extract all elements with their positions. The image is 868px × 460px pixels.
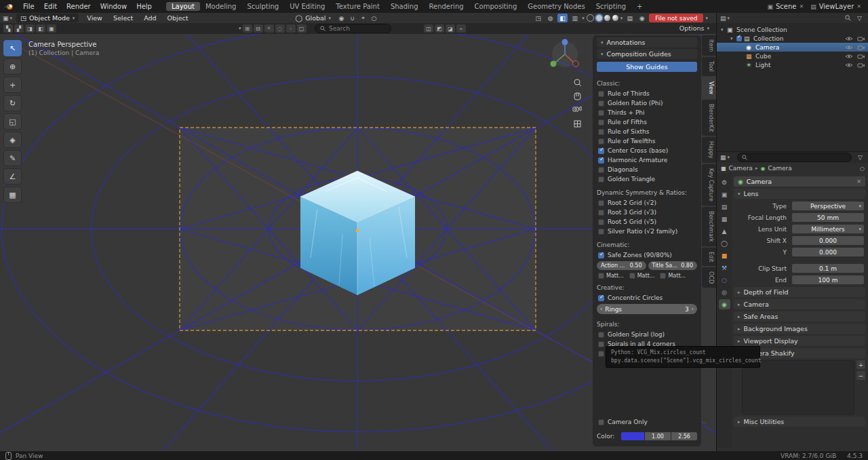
axis-icon[interactable]: ⊟ [254,24,263,33]
viewport-search-input[interactable]: Search [315,24,391,33]
viewport-menu-item[interactable]: Object [162,14,194,22]
collapsed-panel-header[interactable]: ▸ Background Images [734,324,865,334]
property-field[interactable]: 0.1 m [792,264,864,273]
sidebar-tab[interactable]: Key Capture [702,164,716,206]
sidebar-tab[interactable]: OCD [702,267,716,288]
checkbox[interactable] [598,176,604,183]
proportional-edit-icon[interactable]: ○ [369,14,379,22]
workspace-tab[interactable]: UV Editing [284,2,330,11]
collapsed-panel-header[interactable]: ▸ Camera [734,299,865,309]
checkbox[interactable] [598,252,604,258]
3d-viewport[interactable]: Camera Perspective (1) Collection | Came… [0,34,716,451]
blender-logo-icon[interactable] [4,3,14,10]
tool-button[interactable]: ↖ [3,40,22,56]
checkbox[interactable] [598,295,604,301]
outliner-editor-type-dropdown[interactable]: ▤▾ [720,15,734,22]
symmetry-x-icon[interactable]: ◩ [435,24,444,33]
property-field[interactable]: 100 m [792,275,864,284]
checkbox[interactable] [598,129,604,135]
safe-zones-checkbox-row[interactable]: Safe Zones (90/80%) [597,250,697,260]
snap-options-icon[interactable]: ⌁ [456,24,466,33]
increment-arrow-icon[interactable]: › [692,306,694,312]
properties-tab[interactable]: ◉ [719,299,730,309]
sidebar-tab[interactable]: Happy [702,137,716,163]
properties-tab[interactable]: ▤ [719,202,730,212]
tool-button[interactable]: ◱ [3,113,22,130]
checkbox[interactable] [598,110,604,116]
pin-icon[interactable]: ○ [860,166,865,172]
annotations-panel-header[interactable]: ▾ Annotations [597,37,697,47]
guide-checkbox-row[interactable]: Golden Ratio (Phi) [597,98,697,108]
sidebar-tab[interactable]: View [702,77,716,98]
scene-unlink-icon[interactable]: ✕ [799,3,804,9]
wire-overlay-icon[interactable]: ◌ [275,24,285,33]
workspace-tab[interactable]: Layout [166,2,200,11]
guide-checkbox-row[interactable]: Rule of Thirds [597,89,697,98]
expand-caret-icon[interactable]: ▾ [721,27,727,33]
properties-tab[interactable]: ◯ [719,238,730,248]
properties-tab[interactable]: ◌ [719,275,730,285]
collapsed-panel-header[interactable]: ▸ Safe Areas [734,311,865,322]
viewport-menu-item[interactable]: Select [108,14,138,22]
shading-wireframe-icon[interactable] [587,14,594,22]
checkbox[interactable] [598,332,604,338]
hide-in-viewport-eye-icon[interactable] [845,45,853,50]
sidebar-tab[interactable]: BlenderKit [702,100,716,136]
disable-in-renders-camera-icon[interactable] [857,54,865,59]
workspace-tab[interactable]: Shading [385,2,424,11]
select-circle-icon[interactable]: ◨ [25,24,35,33]
guide-checkbox-row[interactable]: Rule of Fifths [597,117,697,127]
unlink-data-icon[interactable]: ✕ [856,178,861,185]
menu-item[interactable]: Render [62,2,96,11]
checkbox[interactable] [598,341,604,347]
shake-list[interactable] [742,360,854,415]
hide-in-viewport-eye-icon[interactable] [845,54,853,59]
guide-checkbox-row[interactable]: Harmonic Armature [597,155,697,165]
workspace-tab[interactable]: Modeling [200,2,242,11]
outliner-row[interactable]: ▾ Light [717,60,868,69]
shading-solid-icon[interactable] [596,15,602,21]
workspace-tab[interactable]: Geometry Nodes [522,2,590,11]
shading-material-icon[interactable] [604,15,610,21]
checkbox[interactable] [598,419,604,425]
disable-in-renders-camera-icon[interactable] [857,36,865,41]
checkbox[interactable] [660,273,666,279]
property-field[interactable]: Perspective [792,202,864,210]
outliner-search-icon[interactable] [845,15,851,21]
properties-tab[interactable]: ▣ [719,189,730,199]
tool-button[interactable]: ⊕ [3,58,22,75]
properties-filter-icon[interactable]: ▽ [855,153,865,162]
add-workspace-button[interactable]: + [633,2,646,11]
checkbox[interactable] [598,119,604,126]
outliner-filter-icon[interactable]: ▽ [854,14,865,22]
hide-in-viewport-eye-icon[interactable] [845,62,853,68]
hide-in-viewport-eye-icon[interactable] [845,36,853,41]
camera-only-checkbox-row[interactable]: Camera Only [597,417,697,427]
matt-checkbox[interactable]: Matt... [598,273,624,279]
tool-button[interactable]: ∠ [3,168,22,185]
checkbox[interactable] [598,167,604,173]
workspace-tab[interactable]: Scripting [591,2,631,11]
select-box-icon[interactable]: ▞ [14,24,24,33]
snap-magnet-icon[interactable]: ∪ [347,14,357,22]
sidebar-tab[interactable]: Tool [702,57,716,76]
snap-target-icon[interactable]: ⌖ [358,14,368,22]
grid-icon[interactable]: ⊞ [243,24,252,33]
show-gizmo-icon[interactable]: ◳ [533,14,543,22]
composition-guides-header[interactable]: ▾ Composition Guides [597,49,697,59]
checkbox[interactable] [598,138,604,145]
property-field[interactable]: Millimeters [792,225,864,233]
sidebar-tab[interactable]: Benchmark [702,207,716,246]
viewlayer-remove-icon[interactable]: ✕ [856,3,861,9]
guide-checkbox-row[interactable]: Thirds + Phi [597,108,697,117]
transform-orientation-dropdown[interactable]: ◯ Global ▾ [296,14,331,22]
outliner-row[interactable]: ▾ Collection [717,34,868,43]
file-not-saved-warning[interactable]: File not saved [649,14,703,22]
outliner-row[interactable]: ▾ Scene Collection [717,25,868,34]
checkbox[interactable] [598,229,604,235]
select-lasso-icon[interactable]: ◧ [36,24,45,33]
origin-overlay-icon[interactable]: ◦ [286,24,296,33]
collection-checkbox[interactable] [736,36,742,41]
guide-checkbox-row[interactable]: Root 3 Grid (√3) [597,208,697,217]
toggle-xray-icon[interactable]: ◧ [557,14,568,22]
